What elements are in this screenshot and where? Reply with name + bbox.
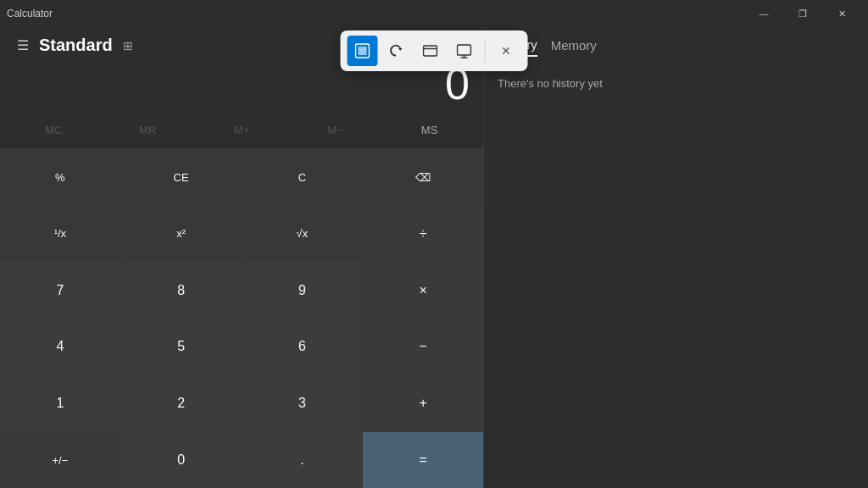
mminus-btn[interactable]: M− xyxy=(288,115,382,145)
window-toolbar-btn[interactable] xyxy=(415,36,446,66)
ce-btn[interactable]: CE xyxy=(121,149,242,205)
decimal-btn[interactable]: . xyxy=(242,432,363,488)
refresh-toolbar-btn[interactable] xyxy=(381,36,412,66)
main-content: ☰ Standard ⊞ 0 MC MR M+ M− MS % CE C ⌫ ¹… xyxy=(0,27,868,488)
button-grid: % CE C ⌫ ¹/x x² √x ÷ 7 8 9 × 4 5 6 − 1 2… xyxy=(0,148,483,488)
tab-memory[interactable]: Memory xyxy=(551,34,597,57)
screenshot-toolbar-btn[interactable] xyxy=(348,36,378,66)
svg-rect-1 xyxy=(359,47,367,55)
multiply-btn[interactable]: × xyxy=(363,263,483,319)
subtract-btn[interactable]: − xyxy=(363,319,483,375)
svg-rect-2 xyxy=(424,46,437,56)
right-panel: History Memory There's no history yet xyxy=(483,27,868,488)
svg-rect-4 xyxy=(458,45,471,55)
maximize-btn[interactable]: ❐ xyxy=(783,0,822,27)
nine-btn[interactable]: 9 xyxy=(242,263,363,319)
five-btn[interactable]: 5 xyxy=(121,319,242,375)
zero-btn[interactable]: 0 xyxy=(121,432,242,488)
equals-btn[interactable]: = xyxy=(363,432,483,488)
backspace-btn[interactable]: ⌫ xyxy=(363,149,483,205)
minimize-btn[interactable]: — xyxy=(744,0,783,27)
screen-toolbar-btn[interactable] xyxy=(449,36,480,66)
mplus-btn[interactable]: M+ xyxy=(195,115,289,145)
c-btn[interactable]: C xyxy=(242,149,363,205)
calc-title: Standard xyxy=(39,36,113,55)
add-btn[interactable]: + xyxy=(363,375,483,431)
memory-row: MC MR M+ M− MS xyxy=(0,115,483,145)
eight-btn[interactable]: 8 xyxy=(121,263,242,319)
toolbar-divider xyxy=(485,39,486,63)
two-btn[interactable]: 2 xyxy=(121,375,242,431)
history-empty-msg: There's no history yet xyxy=(498,77,854,90)
reciprocal-btn[interactable]: ¹/x xyxy=(0,206,120,262)
mc-btn[interactable]: MC xyxy=(7,115,101,145)
four-btn[interactable]: 4 xyxy=(0,319,120,375)
close-btn[interactable]: ✕ xyxy=(822,0,861,27)
sqrt-btn[interactable]: √x xyxy=(242,206,363,262)
divide-btn[interactable]: ÷ xyxy=(363,206,483,262)
six-btn[interactable]: 6 xyxy=(242,319,363,375)
app-title: Calculator xyxy=(7,8,53,19)
window-controls: — ❐ ✕ xyxy=(744,0,861,27)
toolbar-close-btn[interactable]: ✕ xyxy=(491,36,521,66)
hamburger-btn[interactable]: ☰ xyxy=(14,34,32,57)
square-btn[interactable]: x² xyxy=(121,206,242,262)
one-btn[interactable]: 1 xyxy=(0,375,120,431)
calculator-panel: ☰ Standard ⊞ 0 MC MR M+ M− MS % CE C ⌫ ¹… xyxy=(0,27,483,488)
negate-btn[interactable]: +/− xyxy=(0,432,120,488)
keep-on-top-btn[interactable]: ⊞ xyxy=(123,39,133,53)
tabs-row: History Memory xyxy=(498,34,854,57)
three-btn[interactable]: 3 xyxy=(242,375,363,431)
toolbar-popup: ✕ xyxy=(341,30,528,71)
ms-btn[interactable]: MS xyxy=(382,115,476,145)
percent-btn[interactable]: % xyxy=(0,149,120,205)
mr-btn[interactable]: MR xyxy=(101,115,195,145)
title-bar: Calculator ✕ xyxy=(0,0,868,27)
seven-btn[interactable]: 7 xyxy=(0,263,120,319)
